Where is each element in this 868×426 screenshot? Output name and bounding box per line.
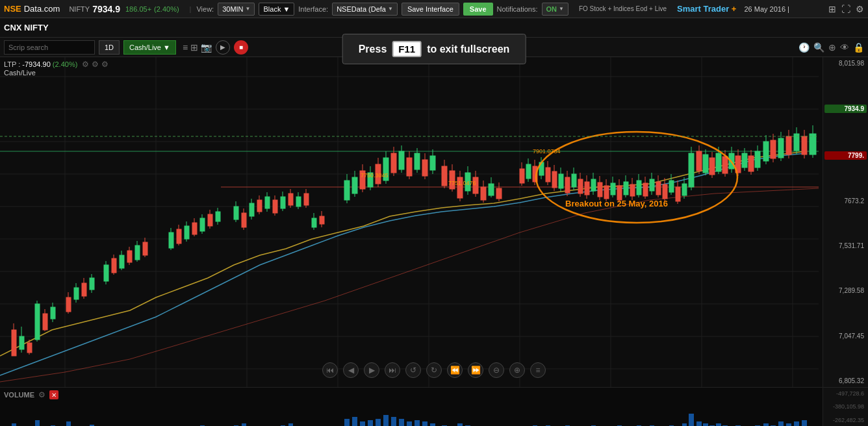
vol-price-2: -380,105.98 (824, 403, 867, 410)
ltp-gear3[interactable]: ⚙ (101, 60, 108, 69)
price-6805: 6,805.32 (824, 377, 867, 384)
nav-next[interactable]: ▶ (364, 362, 379, 378)
toolbar-icons: ≡ ⊞ 📷 (183, 42, 212, 53)
notif-label: Notifications: (497, 5, 538, 13)
crosshair-icon[interactable]: ⊕ (828, 42, 836, 53)
interface-dropdown[interactable]: NSEData (Defa ▼ (332, 3, 398, 16)
price-7531: 7,531.71 (824, 242, 867, 249)
svg-rect-223 (12, 423, 16, 426)
nifty-change: 186.05+ (125, 5, 151, 13)
nav-prev[interactable]: ◀ (343, 362, 359, 378)
svg-rect-304 (689, 414, 694, 426)
price-7289: 7,289.58 (824, 287, 867, 294)
ltp-value: -7934.90 (22, 60, 52, 68)
svg-rect-262 (376, 419, 381, 426)
ltp-gear1[interactable]: ⚙ (82, 60, 89, 69)
search-icon[interactable]: 🔍 (813, 42, 824, 53)
nav-start[interactable]: ⏮ (322, 362, 338, 378)
logo-data: Data.com (24, 4, 60, 14)
svg-rect-319 (794, 421, 799, 426)
svg-rect-318 (786, 423, 791, 426)
theme-dropdown[interactable]: Black ▼ (259, 3, 294, 16)
symbol-title: CNX NIFTY (4, 23, 49, 32)
price-7673: 7673.2 (824, 197, 867, 205)
f11-key: F11 (392, 41, 422, 57)
top-bar: NSE Data.com NIFTY 7934.9 186.05+ (2.40%… (0, 0, 868, 18)
vol-price-3: -262,482.35 (824, 417, 867, 423)
svg-rect-226 (35, 420, 40, 426)
view-label: View: (196, 5, 214, 13)
timeframe-button[interactable]: 1D (99, 40, 120, 55)
date-label: 26 May 2016 | (744, 5, 789, 13)
list-icon[interactable]: ≡ (183, 42, 188, 53)
interface-label: Interface: (298, 5, 328, 13)
ltp-gear2[interactable]: ⚙ (92, 60, 99, 69)
settings-icon[interactable]: ⚙ (856, 4, 864, 14)
scrip-search-input[interactable] (4, 40, 95, 55)
svg-rect-253 (288, 423, 293, 426)
svg-rect-308 (716, 423, 721, 426)
lock-icon[interactable]: 🔒 (853, 42, 864, 53)
level2-label: 7750.3045 (361, 172, 389, 179)
price-7934: 7934.9 (824, 105, 867, 113)
compare-icon[interactable]: ⊞ (190, 42, 198, 53)
price-scale: 8,015.98 7934.9 7799. 7673.2 7,531.71 7,… (823, 57, 868, 387)
svg-rect-258 (344, 419, 350, 426)
svg-rect-320 (802, 420, 807, 426)
svg-rect-0 (0, 57, 819, 387)
nav-forward[interactable]: ⏩ (468, 362, 483, 378)
svg-rect-222 (0, 388, 823, 426)
nifty-label: NIFTY (69, 5, 90, 13)
price-7047: 7,047.45 (824, 332, 867, 340)
svg-rect-305 (696, 421, 702, 426)
volume-label: VOLUME (4, 391, 34, 399)
stop-button[interactable]: ■ (234, 40, 248, 55)
camera-icon[interactable]: 📷 (201, 42, 212, 53)
nav-zoom-out[interactable]: ⊖ (489, 362, 504, 378)
vol-close-button[interactable]: ✕ (49, 390, 58, 399)
nav-menu[interactable]: ≡ (530, 362, 546, 378)
svg-rect-317 (778, 421, 784, 426)
notif-dropdown[interactable]: ON ▼ (542, 3, 568, 16)
logo-area: NSE Data.com (4, 4, 60, 14)
nav-undo[interactable]: ↺ (405, 362, 421, 378)
press-text: Press (359, 44, 387, 55)
svg-rect-261 (368, 420, 373, 426)
vol-gear[interactable]: ⚙ (38, 390, 45, 399)
smart-trader-label: Smart Trader + (677, 4, 736, 14)
level3-label: 7751.0476 (448, 180, 476, 186)
svg-rect-315 (763, 423, 769, 426)
right-toolbar: 🕐 🔍 ⊕ 👁 🔒 (798, 42, 864, 53)
grid-icon[interactable]: ⊞ (828, 4, 836, 14)
ltp-settings: ⚙ ⚙ ⚙ (82, 60, 108, 69)
price-8015: 8,015.98 (824, 60, 867, 67)
save-button[interactable]: Save (463, 3, 493, 16)
fullscreen-icon[interactable]: ⛶ (841, 4, 850, 14)
nav-zoom-in[interactable]: ⊕ (509, 362, 525, 378)
eye-icon[interactable]: 👁 (840, 42, 849, 53)
svg-rect-272 (457, 423, 463, 426)
svg-rect-260 (360, 421, 365, 426)
save-interface-button[interactable]: Save Interface (402, 3, 459, 16)
svg-rect-266 (407, 421, 412, 426)
play-button[interactable]: ▶ (216, 40, 230, 55)
svg-rect-303 (682, 423, 687, 426)
fullscreen-message: Press F11 to exit fullscreen (342, 34, 526, 64)
nav-buttons: ⏮ ◀ ▶ ⏭ ↺ ↻ ⏪ ⏩ ⊖ ⊕ ≡ (322, 362, 546, 378)
svg-rect-265 (399, 419, 404, 426)
svg-rect-264 (391, 417, 396, 426)
svg-rect-229 (66, 421, 71, 426)
ltp-change: (2.40%) (53, 60, 78, 68)
volume-header: VOLUME ⚙ ✕ (4, 390, 58, 399)
cash-live-button[interactable]: Cash/Live ▼ (123, 40, 176, 55)
nav-redo[interactable]: ↻ (426, 362, 442, 378)
nav-end[interactable]: ⏭ (385, 362, 400, 378)
price-7799: 7799. (824, 151, 867, 160)
nifty-value: 7934.9 (92, 4, 120, 14)
volume-chart (0, 388, 823, 426)
nav-rewind[interactable]: ⏪ (447, 362, 463, 378)
clock-icon[interactable]: 🕐 (798, 42, 810, 53)
view-dropdown[interactable]: 30MIN ▼ (218, 3, 255, 16)
fo-label: FO Stock + Indices Eod + Live (579, 5, 667, 12)
svg-rect-263 (383, 415, 389, 426)
